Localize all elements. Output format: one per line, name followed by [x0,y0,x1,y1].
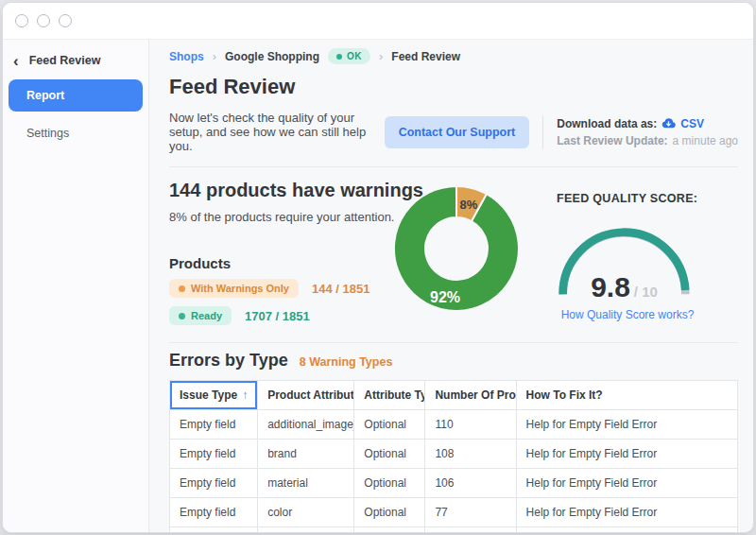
quality-score-title: FEED QUALITY SCORE: [557,192,746,205]
sidebar: ‹ Feed Review Report Settings [3,40,149,532]
summary-section: 144 products have warnings. 8% of the pr… [169,167,738,342]
window-control-icon[interactable] [59,14,72,27]
column-header-label: Issue Type [180,388,237,402]
window-control-icon[interactable] [15,14,28,27]
legend-dot-icon [179,285,185,292]
breadcrumb-shops-link[interactable]: Shops [169,50,204,63]
vertical-divider [542,115,543,149]
sort-ascending-icon[interactable]: ↑ [242,388,248,402]
column-header-issue-type[interactable]: Issue Type ↑ [170,381,258,410]
column-header-how-to-fix[interactable]: How To Fix It? [516,381,737,410]
errors-title: Errors by Type [169,351,288,371]
cell-product-attribute: description [258,527,354,534]
breadcrumb-shop-name[interactable]: Google Shopping [225,50,319,63]
cell-number-of-products: 106 [425,469,516,498]
table-row: Empty field additional_image_link Option… [170,410,738,440]
quality-score-help-link[interactable]: How Quality Score works? [557,308,698,321]
legend-warnings-row: With Warnings Only 144 / 1851 [169,279,369,298]
chevron-right-icon: › [379,49,383,63]
main-panel: Shops › Google Shopping OK › Feed Review… [149,40,753,532]
sidebar-header: ‹ Feed Review [13,54,148,67]
score-number: 9.8 [591,271,630,302]
breadcrumb-current: Feed Review [391,50,460,63]
table-row: Empty field brand Optional 108 Help for … [170,440,738,469]
download-block: Download data as: CSV Last Review Update… [557,115,738,149]
quality-score-block: FEED QUALITY SCORE: 9.8/ 10 How Quality … [557,192,746,321]
warnings-subtext: 8% of the products require your attentio… [169,210,394,224]
cell-attribute-type: Optional [354,527,425,534]
quality-score-gauge: 9.8/ 10 [557,226,692,300]
cell-issue-type: Empty field [170,498,258,527]
help-link[interactable]: Help for Empty Field Error [516,498,737,527]
column-header-attribute-type[interactable]: Attribute Type [354,381,425,410]
legend-ready-value: 1707 / 1851 [245,309,310,323]
page-title: Feed Review [169,75,738,99]
legend-ready-row: Ready 1707 / 1851 [169,306,310,325]
legend-warnings-pill: With Warnings Only [169,279,299,298]
page-subtitle: Now let's check the quality of your setu… [169,111,385,153]
score-max: / 10 [634,284,658,300]
legend-warnings-label: With Warnings Only [191,283,289,294]
errors-table: Issue Type ↑ Product Attribute Attribute… [169,380,738,533]
sidebar-item-report[interactable]: Report [9,79,143,112]
column-header-product-attribute[interactable]: Product Attribute [258,381,354,410]
header-row: Now let's check the quality of your setu… [169,111,738,153]
cell-issue-type: Empty field [170,527,258,534]
legend-ready-label: Ready [191,310,222,321]
cell-attribute-type: Optional [354,440,425,469]
cell-issue-type: Empty field [170,440,258,469]
cell-attribute-type: Optional [354,498,425,527]
table-header-row: Issue Type ↑ Product Attribute Attribute… [170,381,738,410]
help-link[interactable]: Help for Empty Field Error [516,440,737,469]
help-link[interactable]: Help for Empty Field Error [516,469,737,498]
warning-types-badge: 8 Warning Types [300,355,393,369]
table-row: Empty field material Optional 106 Help f… [170,469,738,498]
donut-warnings-label: 8% [460,198,478,212]
quality-score-value: 9.8/ 10 [557,271,692,303]
back-icon[interactable]: ‹ [13,55,19,67]
cell-number-of-products: 108 [425,440,516,469]
cell-product-attribute: color [258,498,354,527]
contact-support-button[interactable]: Contact Our Support [385,116,530,148]
donut-ready-label: 92% [430,289,460,305]
cell-issue-type: Empty field [170,469,258,498]
legend-ready-pill: Ready [169,306,232,325]
cell-number-of-products: 110 [425,410,516,440]
status-dot-icon [336,54,342,60]
window-content: ‹ Feed Review Report Settings Shops › Go… [3,40,753,532]
cell-product-attribute: brand [258,440,354,469]
last-review-label: Last Review Update: [557,132,667,149]
products-donut-chart: 92% 8% [394,186,519,311]
help-link[interactable]: Help for Empty Field Error [516,527,737,534]
cell-product-attribute: additional_image_link [258,410,354,440]
cloud-download-icon[interactable] [662,116,676,130]
download-label: Download data as: [557,115,657,132]
cell-issue-type: Empty field [170,410,258,440]
section-divider [169,342,738,343]
legend-dot-icon [179,313,185,319]
status-badge: OK [328,48,370,64]
cell-number-of-products: 77 [425,498,516,527]
cell-attribute-type: Optional [354,410,425,440]
sidebar-item-settings[interactable]: Settings [26,127,148,140]
help-link[interactable]: Help for Empty Field Error [516,410,737,440]
window-titlebar [3,3,753,40]
products-label: Products [169,255,231,271]
cell-attribute-type: Optional [354,469,425,498]
errors-heading-row: Errors by Type 8 Warning Types [169,351,738,371]
chevron-right-icon: › [213,49,216,63]
cell-product-attribute: material [258,469,354,498]
warnings-headline: 144 products have warnings. [169,180,429,201]
sidebar-title: Feed Review [29,54,101,67]
window-control-icon[interactable] [37,14,50,27]
table-row: Empty field color Optional 77 Help for E… [170,498,738,527]
table-row: Empty field description Optional 1 Help … [170,527,738,534]
last-review-value: a minute ago [673,132,738,149]
column-header-number-of-products[interactable]: Number Of Products [425,381,516,410]
legend-warnings-value: 144 / 1851 [312,282,369,296]
breadcrumb: Shops › Google Shopping OK › Feed Review [169,48,738,64]
cell-number-of-products: 1 [425,527,516,534]
status-badge-label: OK [347,51,362,61]
download-csv-link[interactable]: CSV [680,115,704,132]
app-window: ‹ Feed Review Report Settings Shops › Go… [2,2,754,533]
